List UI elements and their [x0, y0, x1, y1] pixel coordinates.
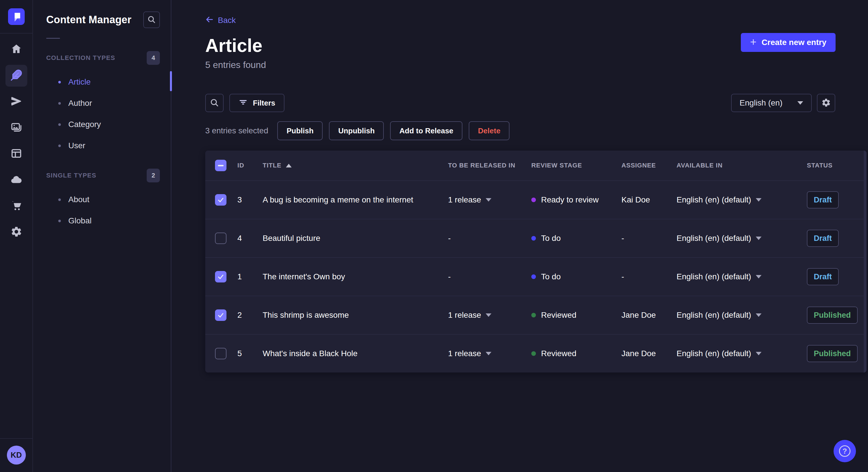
nav-content-manager[interactable] [5, 65, 27, 87]
chevron-down-icon [756, 313, 762, 317]
cell-release-dropdown[interactable]: 1 release [443, 349, 526, 358]
cell-release-dropdown[interactable]: 1 release [443, 310, 526, 320]
status-badge: Published [807, 345, 858, 362]
cell-release-dropdown[interactable]: 1 release [443, 195, 526, 204]
table-row[interactable]: 3 A bug is becoming a meme on the intern… [205, 180, 867, 219]
nav-settings[interactable] [5, 222, 27, 243]
sidebar-item-label: Author [68, 99, 92, 108]
locale-select[interactable]: English (en) [731, 94, 812, 112]
sidebar-item-author[interactable]: Author [33, 93, 171, 114]
chevron-down-icon [756, 352, 762, 355]
nav-marketplace[interactable] [5, 195, 27, 217]
delete-button[interactable]: Delete [469, 121, 509, 140]
cell-title: Beautiful picture [257, 234, 443, 243]
gear-icon [10, 226, 22, 239]
row-checkbox[interactable] [215, 233, 226, 244]
chevron-down-icon [486, 352, 491, 355]
row-checkbox[interactable] [215, 348, 226, 359]
help-button[interactable]: ? [834, 440, 856, 462]
chevron-down-icon [486, 198, 491, 202]
nav-home[interactable] [5, 39, 27, 61]
chevron-down-icon [797, 101, 803, 105]
column-header-id[interactable]: ID [232, 162, 257, 169]
create-new-entry-button[interactable]: + Create new entry [741, 33, 836, 52]
back-link[interactable]: Back [205, 15, 236, 25]
bullet-icon [58, 198, 61, 201]
plus-icon: + [750, 36, 756, 47]
table-row[interactable]: 4 Beautiful picture - To do - English (e… [205, 219, 867, 257]
stage-dot-icon [531, 313, 536, 317]
cell-locale-dropdown[interactable]: English (en) (default) [671, 234, 802, 243]
cell-review-stage: To do [526, 272, 616, 281]
bullet-icon [58, 102, 61, 105]
cell-locale-dropdown[interactable]: English (en) (default) [671, 195, 802, 204]
chevron-down-icon [486, 313, 491, 317]
images-icon [10, 121, 22, 134]
cell-review-stage: Ready to review [526, 195, 616, 204]
select-all-checkbox[interactable] [215, 160, 226, 171]
table-header-row: ID TITLE TO BE RELEASED IN REVIEW STAGE … [205, 150, 867, 180]
arrow-left-icon [205, 15, 214, 26]
sidebar-item-article[interactable]: Article [33, 71, 171, 93]
sort-ascending-icon [286, 164, 291, 167]
nav-content-type-builder[interactable] [5, 143, 27, 165]
cell-review-stage: To do [526, 234, 616, 243]
sidebar-item-user[interactable]: User [33, 135, 171, 156]
sidebar-item-global[interactable]: Global [33, 210, 171, 231]
cell-title: A bug is becoming a meme on the internet [257, 195, 443, 204]
cell-locale-dropdown[interactable]: English (en) (default) [671, 310, 802, 320]
search-icon [147, 15, 156, 25]
cell-locale-dropdown[interactable]: English (en) (default) [671, 349, 802, 358]
subnav-search-button[interactable] [143, 11, 160, 28]
cell-review-stage: Reviewed [526, 310, 616, 320]
section-count-badge: 4 [147, 51, 160, 65]
publish-button[interactable]: Publish [277, 121, 322, 140]
cell-locale-dropdown[interactable]: English (en) (default) [671, 272, 802, 281]
single-types-section: SINGLE TYPES 2 About Global [33, 168, 171, 231]
app-window: KD Content Manager COLLECTION TYPES 4 [0, 0, 868, 472]
table-scrollbar[interactable] [864, 150, 867, 372]
column-header-review-stage: REVIEW STAGE [526, 162, 616, 169]
sidebar-item-about[interactable]: About [33, 189, 171, 210]
stage-dot-icon [531, 198, 536, 202]
nav-releases[interactable] [5, 91, 27, 113]
stage-dot-icon [531, 274, 536, 279]
table-row[interactable]: 5 What's inside a Black Hole 1 release R… [205, 334, 867, 372]
filters-button[interactable]: Filters [229, 94, 284, 112]
sidebar-item-label: Article [68, 77, 91, 87]
sidebar-item-category[interactable]: Category [33, 114, 171, 135]
paper-plane-icon [10, 95, 22, 108]
row-checkbox[interactable] [215, 271, 226, 282]
row-checkbox[interactable] [215, 194, 226, 206]
nav-deploy[interactable] [5, 169, 27, 191]
cell-title: This shrimp is awesome [257, 310, 443, 320]
cell-id: 5 [232, 349, 257, 358]
user-avatar[interactable]: KD [7, 446, 26, 465]
gear-icon [821, 98, 831, 108]
feather-icon [10, 69, 22, 82]
column-header-title[interactable]: TITLE [257, 162, 443, 169]
subnav-divider [46, 38, 60, 39]
layout-icon [10, 147, 22, 161]
column-header-released-in: TO BE RELEASED IN [443, 162, 526, 169]
cell-id: 3 [232, 195, 257, 204]
table-row[interactable]: 2 This shrimp is awesome 1 release Revie… [205, 296, 867, 334]
section-label: SINGLE TYPES [46, 172, 96, 179]
unpublish-button[interactable]: Unpublish [329, 121, 384, 140]
status-badge: Draft [807, 191, 839, 208]
nav-media-library[interactable] [5, 117, 27, 139]
row-checkbox[interactable] [215, 309, 226, 321]
search-button[interactable] [205, 94, 224, 112]
cell-review-stage: Reviewed [526, 349, 616, 358]
filters-label: Filters [253, 99, 275, 107]
view-settings-button[interactable] [817, 94, 835, 112]
home-icon [10, 43, 22, 56]
add-to-release-button[interactable]: Add to Release [390, 121, 462, 140]
table-row[interactable]: 1 The internet's Own boy - To do - Engli… [205, 257, 867, 296]
status-badge: Published [807, 307, 858, 324]
selection-bar: 3 entries selected Publish Unpublish Add… [205, 121, 868, 140]
bullet-icon [58, 220, 61, 222]
strapi-logo-icon[interactable] [8, 8, 25, 25]
sidebar-item-label: About [68, 195, 89, 204]
back-label: Back [218, 16, 236, 25]
